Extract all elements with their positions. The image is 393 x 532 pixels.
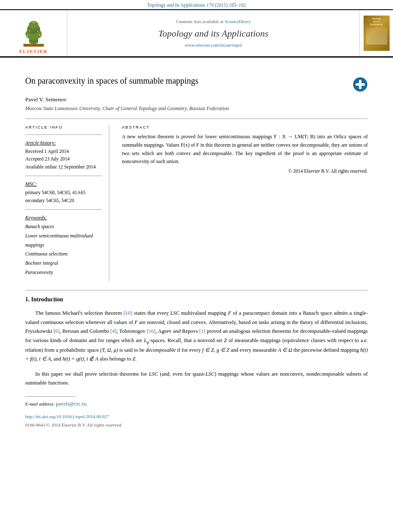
msc-primary: primary 54C60, 54C65, 41A65 bbox=[25, 189, 102, 196]
header-divider bbox=[25, 119, 368, 119]
section-1-paragraph-1: The famous Michael's selection theorem [… bbox=[25, 309, 368, 364]
svg-point-7 bbox=[26, 35, 28, 37]
abstract-text: A new selection theorem is proved for lo… bbox=[122, 133, 368, 166]
msc-heading: MSC: bbox=[25, 181, 102, 187]
journal-ref-text: Topology and its Applications 179 (2015)… bbox=[147, 3, 246, 8]
ref-16[interactable]: [16] bbox=[147, 328, 156, 334]
msc-section: MSC: primary 54C60, 54C65, 41A65 seconda… bbox=[25, 181, 102, 204]
svg-point-11 bbox=[33, 22, 34, 24]
elsevier-logo-area: ELSEVIER bbox=[0, 10, 67, 56]
paper-title: On paraconvexity in spaces of summable m… bbox=[25, 76, 348, 86]
journal-url-link[interactable]: www.elsevier.com/locate/topol bbox=[185, 42, 242, 47]
ref-10[interactable]: [10] bbox=[124, 310, 132, 316]
ref-4[interactable]: [4] bbox=[111, 328, 117, 334]
article-history-section: Article history: Received 1 April 2014 A… bbox=[25, 140, 102, 171]
keyword-2: Lower semicontinuous multivalued mapping… bbox=[25, 232, 102, 250]
accepted-date: Accepted 23 July 2014 bbox=[25, 155, 102, 163]
doi-link[interactable]: http://dx.doi.org/10.1016/j.topol.2014.0… bbox=[25, 414, 109, 419]
keyword-5: Paraconvexity bbox=[25, 268, 102, 277]
info-abstract-columns: ARTICLE INFO Article history: Received 1… bbox=[25, 125, 368, 282]
header-center-area: Contents lists available at ScienceDirec… bbox=[67, 10, 359, 56]
svg-point-8 bbox=[39, 34, 40, 36]
elsevier-wordmark: ELSEVIER bbox=[19, 49, 48, 54]
available-online-date: Available online 12 September 2014 bbox=[25, 163, 102, 171]
ref-1[interactable]: [1] bbox=[199, 328, 206, 334]
footnote-email: E-mail address: pavels@crc.ru. bbox=[25, 400, 368, 408]
keywords-section: Keywords: Banach spaces Lower semicontin… bbox=[25, 215, 102, 277]
main-content: On paraconvexity in spaces of summable m… bbox=[0, 58, 393, 441]
history-heading: Article history: bbox=[25, 140, 102, 146]
journal-cover-image: Topology and its Applications bbox=[364, 16, 390, 51]
msc-divider bbox=[25, 176, 102, 176]
keywords-heading: Keywords: bbox=[25, 215, 102, 221]
contents-available-text: Contents lists available at ScienceDirec… bbox=[176, 19, 251, 24]
elsevier-tree-icon bbox=[15, 18, 53, 48]
doi-area: http://dx.doi.org/10.1016/j.topol.2014.0… bbox=[25, 413, 368, 420]
svg-point-9 bbox=[29, 30, 30, 32]
footnote-divider bbox=[25, 396, 76, 397]
keyword-1: Banach spaces bbox=[25, 222, 102, 232]
sciencedirect-link[interactable]: ScienceDirect bbox=[224, 19, 251, 24]
email-label: E-mail address: bbox=[25, 401, 55, 406]
journal-header: ELSEVIER Contents lists available at Sci… bbox=[0, 10, 393, 56]
issn-text: 0166-8641/© 2014 Elsevier B.V. All right… bbox=[25, 422, 123, 427]
received-date: Received 1 April 2014 bbox=[25, 147, 102, 155]
author-name: Pavel V. Semenov bbox=[25, 96, 368, 103]
issn-area: 0166-8641/© 2014 Elsevier B.V. All right… bbox=[25, 421, 368, 428]
ref-6[interactable]: [6] bbox=[53, 328, 60, 334]
theorem-word: theorem bbox=[105, 310, 122, 316]
svg-point-10 bbox=[37, 31, 38, 32]
journal-title: Topology and its Applications bbox=[158, 28, 268, 39]
abstract-column: ABSTRACT A new selection theorem is prov… bbox=[122, 125, 368, 282]
info-top-divider bbox=[25, 134, 102, 135]
section-1-paragraph-2: In this paper we shall prove selection t… bbox=[25, 370, 368, 388]
keyword-4: Bochner integral bbox=[25, 259, 102, 268]
paper-title-area: On paraconvexity in spaces of summable m… bbox=[25, 76, 368, 92]
email-address[interactable]: pavels@crc.ru bbox=[56, 401, 86, 407]
abstract-label: ABSTRACT bbox=[122, 125, 368, 129]
section-divider-1 bbox=[25, 290, 368, 290]
journal-reference-top: Topology and its Applications 179 (2015)… bbox=[0, 0, 393, 9]
svg-rect-14 bbox=[356, 83, 365, 86]
cover-decoration bbox=[366, 28, 387, 45]
keywords-divider bbox=[25, 209, 102, 210]
msc-secondary: secondary 54C65, 54C20 bbox=[25, 197, 102, 204]
article-info-label: ARTICLE INFO bbox=[25, 125, 102, 129]
section-1-title: 1. Introduction bbox=[25, 296, 368, 303]
keywords-list: Banach spaces Lower semicontinuous multi… bbox=[25, 222, 102, 277]
abstract-copyright: © 2014 Elsevier B.V. All rights reserved… bbox=[122, 169, 368, 174]
article-info-column: ARTICLE INFO Article history: Received 1… bbox=[25, 125, 109, 282]
journal-cover-area: Topology and its Applications bbox=[359, 10, 393, 56]
keyword-3: Continuous selections bbox=[25, 250, 102, 259]
cover-title-text: Topology and its Applications bbox=[370, 17, 383, 26]
crossmark-icon[interactable] bbox=[353, 77, 368, 92]
author-affiliation: Moscow State Lomonosov University, Chair… bbox=[25, 105, 368, 112]
